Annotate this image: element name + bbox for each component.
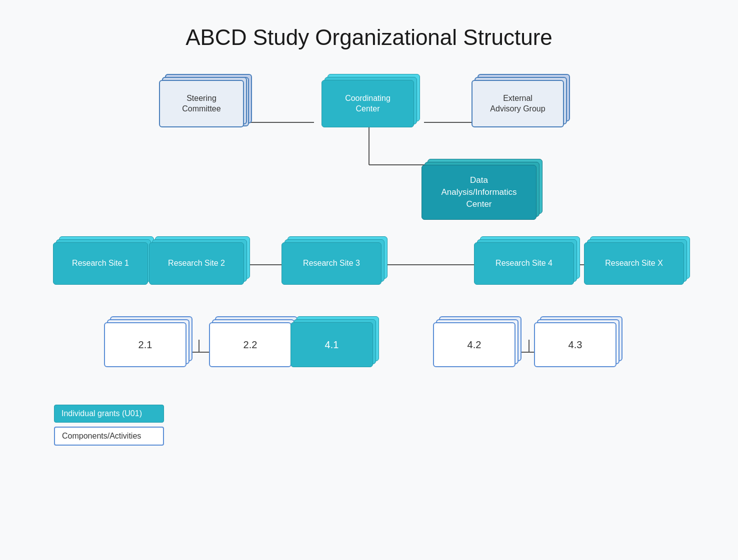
steering-committee-node: Steering Committee: [159, 80, 244, 127]
sub31-label: 4.1: [325, 338, 339, 351]
site3-label: Research Site 3: [303, 258, 360, 269]
siteX-label: Research Site X: [605, 258, 663, 269]
site2-node: Research Site 2: [149, 242, 244, 285]
data-analysis-label: Data Analysis/Informatics Center: [441, 174, 516, 210]
sub41-node: 4.2: [433, 322, 516, 367]
siteX-node: Research Site X: [584, 242, 684, 285]
site4-node: Research Site 4: [474, 242, 574, 285]
site1-node: Research Site 1: [53, 242, 148, 285]
site4-label: Research Site 4: [496, 258, 552, 269]
legend-teal: Individual grants (U01): [54, 405, 164, 423]
sub31-node: 4.1: [290, 322, 373, 367]
data-analysis-node: Data Analysis/Informatics Center: [422, 165, 536, 220]
sub22-node: 2.2: [209, 322, 292, 367]
coordinating-center-node: Coordinating Center: [322, 80, 414, 127]
sub21-label: 2.1: [138, 338, 152, 351]
site1-label: Research Site 1: [72, 258, 129, 269]
sub41-label: 4.2: [468, 338, 482, 351]
sub42-node: 4.3: [534, 322, 616, 367]
steering-label: Steering Committee: [182, 93, 220, 114]
site3-node: Research Site 3: [282, 242, 382, 285]
external-label: External Advisory Group: [490, 93, 545, 114]
coordinating-label: Coordinating Center: [345, 93, 390, 114]
sub22-label: 2.2: [244, 338, 258, 351]
sub42-label: 4.3: [568, 338, 582, 351]
external-advisory-node: External Advisory Group: [472, 80, 564, 127]
org-chart: Steering Committee Coordinating Center E…: [44, 70, 694, 390]
page-title: ABCD Study Organizational Structure: [186, 25, 552, 50]
sub21-node: 2.1: [104, 322, 186, 367]
legend-white: Components/Activities: [54, 427, 164, 446]
site2-label: Research Site 2: [168, 258, 225, 269]
